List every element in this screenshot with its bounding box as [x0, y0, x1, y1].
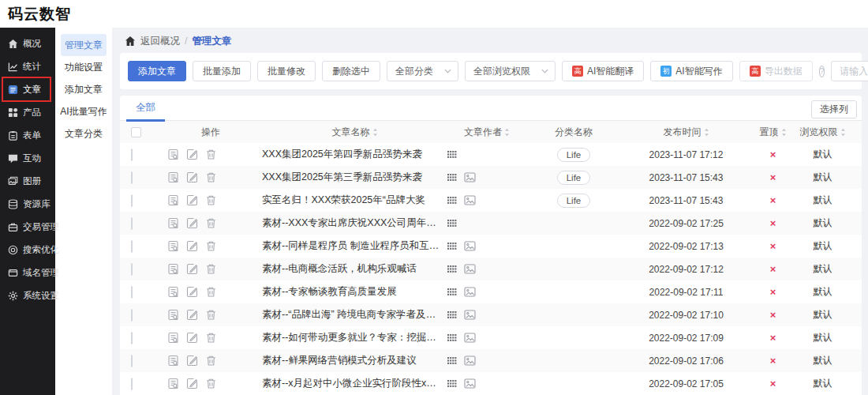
pinned-toggle[interactable]: ×: [770, 355, 776, 367]
row-checkbox[interactable]: [131, 355, 133, 367]
preview-icon[interactable]: [167, 286, 179, 298]
sidebar-item-products[interactable]: 产品: [0, 101, 55, 124]
pinned-toggle[interactable]: ×: [770, 149, 776, 160]
select-all-checkbox[interactable]: [131, 127, 141, 137]
delete-icon[interactable]: [205, 355, 217, 367]
preview-icon[interactable]: [167, 355, 179, 367]
row-checkbox[interactable]: [131, 171, 133, 184]
pinned-toggle[interactable]: ×: [770, 378, 776, 389]
edit-icon[interactable]: [186, 194, 198, 206]
category-tag[interactable]: Life: [557, 148, 591, 162]
header-col-permission[interactable]: 浏览权限: [800, 126, 846, 139]
category-filter-select[interactable]: 全部分类: [387, 61, 458, 81]
sidebar-item-trade[interactable]: 交易管理: [0, 216, 55, 239]
article-title[interactable]: 素材--如何带动更多就业？专家：挖掘新渠道 拓展新空间: [262, 331, 447, 344]
export-data-button[interactable]: 高 导出数据: [739, 61, 813, 81]
edit-icon[interactable]: [186, 171, 198, 183]
sidebar-item-resources[interactable]: 资源库: [0, 193, 55, 216]
edit-icon[interactable]: [186, 217, 198, 229]
sidebar-item-seo[interactable]: 搜索优化: [0, 239, 55, 261]
breadcrumb-back-link[interactable]: 返回概况: [140, 35, 180, 48]
preview-icon[interactable]: [167, 309, 179, 321]
article-title[interactable]: 实至名归！XXX荣获2025年“品牌大奖: [262, 194, 447, 207]
row-checkbox[interactable]: [131, 378, 133, 390]
sidebar-item-overview[interactable]: 概况: [0, 32, 55, 55]
delete-icon[interactable]: [205, 332, 217, 344]
delete-selected-button[interactable]: 删除选中: [322, 61, 380, 81]
preview-icon[interactable]: [167, 194, 179, 206]
submenu-item-manage-articles[interactable]: 管理文章: [61, 34, 107, 56]
pinned-toggle[interactable]: ×: [770, 263, 776, 275]
row-checkbox[interactable]: [131, 240, 133, 253]
edit-icon[interactable]: [186, 240, 198, 252]
pinned-toggle[interactable]: ×: [770, 332, 776, 344]
delete-icon[interactable]: [205, 194, 217, 206]
edit-icon[interactable]: [186, 149, 198, 160]
permission-filter-select[interactable]: 全部浏览权限: [465, 61, 556, 81]
row-checkbox[interactable]: [131, 286, 133, 299]
row-checkbox[interactable]: [131, 263, 133, 276]
sidebar-item-forms[interactable]: 表单: [0, 124, 55, 147]
sidebar-item-interaction[interactable]: 互动: [0, 147, 55, 170]
pinned-toggle[interactable]: ×: [770, 286, 776, 298]
header-col-published[interactable]: 发布时间: [664, 126, 709, 139]
edit-icon[interactable]: [186, 332, 198, 344]
column-picker-button[interactable]: 选择列: [811, 100, 857, 118]
submenu-item-add-article[interactable]: 添加文章: [61, 78, 107, 100]
sidebar-item-albums[interactable]: 图册: [0, 170, 55, 193]
category-tag[interactable]: Life: [557, 171, 591, 185]
preview-icon[interactable]: [167, 171, 179, 183]
sidebar-item-articles[interactable]: 文章: [0, 78, 55, 101]
pinned-toggle[interactable]: ×: [770, 309, 776, 321]
submenu-item-feature-settings[interactable]: 功能设置: [61, 56, 107, 78]
preview-icon[interactable]: [167, 332, 179, 344]
article-title[interactable]: 素材--同样是程序员 制造业程序员和互联网程序员有什么不...: [262, 239, 447, 253]
edit-icon[interactable]: [186, 378, 198, 389]
delete-icon[interactable]: [205, 171, 217, 183]
article-title[interactable]: 素材--x月起对中小微企业实行阶段性xxx服务xxx内容: [262, 377, 447, 390]
preview-icon[interactable]: [167, 263, 179, 275]
article-title[interactable]: XXX集团2025年第四季新品强势来袭: [262, 148, 447, 161]
row-checkbox[interactable]: [131, 194, 133, 207]
pinned-toggle[interactable]: ×: [770, 240, 776, 252]
article-title[interactable]: XXX集团2025年第三季新品强势来袭: [262, 171, 447, 184]
pinned-toggle[interactable]: ×: [770, 217, 776, 229]
edit-icon[interactable]: [186, 309, 198, 321]
article-title[interactable]: 素材--XXX专家出席庆祝XXX公司周年招待会: [262, 216, 447, 230]
pinned-toggle[interactable]: ×: [770, 171, 776, 183]
header-col-pinned[interactable]: 置顶: [760, 126, 787, 139]
sidebar-item-settings[interactable]: 系统设置: [0, 284, 55, 307]
article-title[interactable]: 素材--电商概念活跃，机构乐观喊话: [262, 262, 447, 276]
sidebar-item-stats[interactable]: 统计: [0, 55, 55, 78]
ai-write-button[interactable]: 初 AI智能写作: [650, 61, 732, 81]
delete-icon[interactable]: [205, 309, 217, 321]
preview-icon[interactable]: [167, 217, 179, 229]
delete-icon[interactable]: [205, 378, 217, 389]
delete-icon[interactable]: [205, 240, 217, 252]
header-col-title[interactable]: 文章名称: [332, 126, 378, 139]
edit-icon[interactable]: [186, 286, 198, 298]
batch-edit-button[interactable]: 批量修改: [257, 61, 316, 81]
delete-icon[interactable]: [205, 149, 217, 160]
delete-icon[interactable]: [205, 217, 217, 229]
row-checkbox[interactable]: [131, 149, 133, 161]
preview-icon[interactable]: [167, 149, 179, 160]
edit-icon[interactable]: [186, 355, 198, 367]
row-checkbox[interactable]: [131, 217, 133, 230]
article-title[interactable]: 素材--“品牌出海” 跨境电商专家学者及行业大家: [262, 308, 447, 322]
batch-add-button[interactable]: 批量添加: [193, 61, 251, 81]
row-checkbox[interactable]: [131, 309, 133, 322]
preview-icon[interactable]: [167, 240, 179, 252]
sidebar-item-domains[interactable]: 域名管理: [0, 261, 55, 284]
submenu-item-article-categories[interactable]: 文章分类: [61, 122, 107, 145]
pinned-toggle[interactable]: ×: [770, 194, 776, 206]
search-input[interactable]: [831, 61, 868, 81]
tab-all[interactable]: 全部: [126, 96, 165, 122]
delete-icon[interactable]: [205, 263, 217, 275]
ai-translate-button[interactable]: 高 AI智能翻译: [562, 61, 644, 81]
delete-icon[interactable]: [205, 286, 217, 298]
article-title[interactable]: 素材--鲜果网络营销模式分析及建议: [262, 354, 447, 367]
add-article-button[interactable]: 添加文章: [128, 61, 186, 81]
article-title[interactable]: 素材--专家畅谈教育高质量发展: [262, 285, 447, 299]
row-checkbox[interactable]: [131, 332, 133, 344]
